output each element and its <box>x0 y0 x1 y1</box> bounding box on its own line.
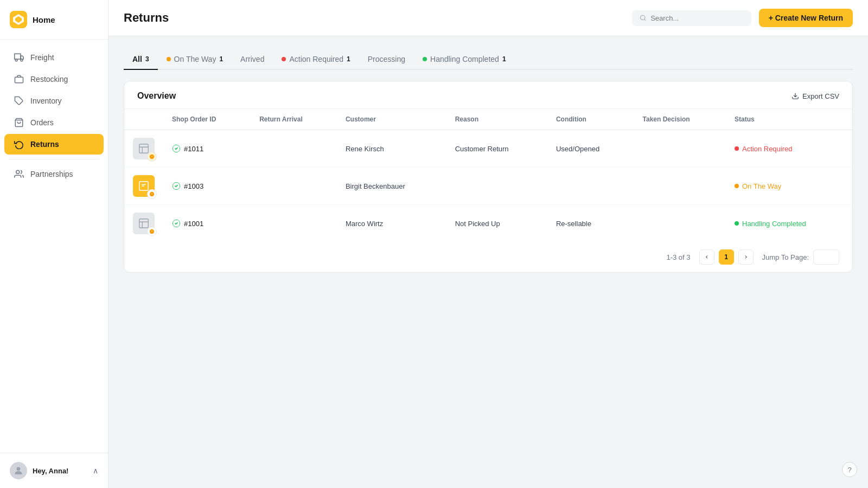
sidebar-navigation: Freight Restocking Inventory Orders <box>0 40 108 453</box>
table-row[interactable]: #1003 Birgit Beckenbauer On The Way <box>124 168 852 205</box>
table-row[interactable]: #1011 Rene Kirsch Customer Return Used/O… <box>124 130 852 168</box>
tab-arrived[interactable]: Arrived <box>232 49 273 70</box>
sidebar-item-label-partnerships: Partnerships <box>30 170 73 178</box>
prev-page-button[interactable] <box>699 249 714 265</box>
action-required-dot <box>282 57 286 61</box>
product-cell-1 <box>124 130 163 168</box>
table-row[interactable]: #1001 Marco Wirtz Not Picked Up Re-sella… <box>124 205 852 242</box>
page-title: Returns <box>124 11 169 25</box>
inventory-icon <box>14 96 24 106</box>
sidebar-item-returns[interactable]: Returns <box>4 134 104 155</box>
svg-point-5 <box>21 59 23 61</box>
sidebar-item-label-restocking: Restocking <box>30 75 68 84</box>
sidebar: Home Freight Restocking Inventory <box>0 0 108 488</box>
tab-on-the-way-label: On The Way <box>174 55 216 63</box>
order-id-cell-2: #1003 <box>163 168 251 205</box>
status-1: Action Required <box>726 130 852 168</box>
col-taken-decision: Taken Decision <box>634 109 726 130</box>
tab-on-the-way-count: 1 <box>219 55 223 63</box>
handling-completed-dot <box>423 57 427 61</box>
sidebar-logo-text: Home <box>33 15 55 24</box>
col-product <box>124 109 163 130</box>
search-bar[interactable] <box>632 10 751 26</box>
export-label: Export CSV <box>802 92 839 100</box>
col-status: Status <box>726 109 852 130</box>
sidebar-footer: Hey, Anna! ∧ <box>0 453 108 488</box>
svg-rect-17 <box>139 219 149 228</box>
col-condition: Condition <box>547 109 634 130</box>
tabs-bar: All 3 On The Way 1 Arrived Action Requir… <box>124 49 853 70</box>
sidebar-user[interactable]: Hey, Anna! <box>10 462 68 479</box>
reason-2 <box>446 168 547 205</box>
reason-3: Not Picked Up <box>446 205 547 242</box>
svg-point-10 <box>17 467 21 471</box>
returns-icon <box>14 139 24 149</box>
export-csv-button[interactable]: Export CSV <box>792 92 839 100</box>
chevron-right-icon <box>743 254 749 260</box>
orders-icon <box>14 118 24 127</box>
status-label-1: Action Required <box>742 145 793 153</box>
status-dot-2 <box>735 184 739 188</box>
svg-point-11 <box>640 15 644 20</box>
overview-title: Overview <box>137 91 176 101</box>
sidebar-item-freight[interactable]: Freight <box>4 47 104 68</box>
tab-action-required-label: Action Required <box>289 55 343 63</box>
create-new-return-button[interactable]: + Create New Return <box>759 9 853 27</box>
tab-handling-completed-count: 1 <box>502 55 506 63</box>
partnerships-icon <box>14 169 24 179</box>
status-3: Handling Completed <box>726 205 852 242</box>
condition-1: Used/Opened <box>547 130 634 168</box>
table-body: #1011 Rene Kirsch Customer Return Used/O… <box>124 130 852 242</box>
col-shop-order-id: Shop Order ID <box>163 109 251 130</box>
product-badge-1 <box>147 152 157 162</box>
next-page-button[interactable] <box>738 249 754 265</box>
main-content: Returns + Create New Return All 3 On The… <box>108 0 868 488</box>
tab-handling-completed[interactable]: Handling Completed 1 <box>414 49 515 70</box>
jump-to-page-input[interactable] <box>813 249 839 265</box>
condition-3: Re-sellable <box>547 205 634 242</box>
download-icon <box>792 92 799 100</box>
tab-all[interactable]: All 3 <box>124 49 158 70</box>
sidebar-item-partnerships[interactable]: Partnerships <box>4 164 104 184</box>
card-header: Overview Export CSV <box>124 81 852 109</box>
chevron-left-icon <box>704 254 710 260</box>
reason-1: Customer Return <box>446 130 547 168</box>
order-id-3: #1001 <box>184 220 203 228</box>
tab-action-required[interactable]: Action Required 1 <box>273 49 359 70</box>
search-input[interactable] <box>650 14 744 22</box>
order-id-2: #1003 <box>184 182 203 190</box>
header-actions: + Create New Return <box>632 9 853 27</box>
sidebar-logo[interactable]: Home <box>0 0 108 40</box>
sidebar-item-label-orders: Orders <box>30 118 54 127</box>
tab-arrived-label: Arrived <box>240 55 264 63</box>
table-header: Shop Order ID Return Arrival Customer Re… <box>124 109 852 130</box>
sidebar-item-orders[interactable]: Orders <box>4 112 104 133</box>
tab-on-the-way[interactable]: On The Way 1 <box>158 49 232 70</box>
sidebar-item-restocking[interactable]: Restocking <box>4 69 104 89</box>
product-cell-3 <box>124 205 163 242</box>
main-header: Returns + Create New Return <box>108 0 868 36</box>
sidebar-item-inventory[interactable]: Inventory <box>4 91 104 111</box>
content-area: All 3 On The Way 1 Arrived Action Requir… <box>108 36 868 488</box>
returns-table: Shop Order ID Return Arrival Customer Re… <box>124 109 852 242</box>
order-id-1: #1011 <box>184 145 203 153</box>
search-icon <box>640 14 647 22</box>
sidebar-divider <box>9 159 99 159</box>
sidebar-item-label-returns: Returns <box>30 140 59 149</box>
page-1-button[interactable]: 1 <box>719 249 734 265</box>
order-icon-3 <box>172 219 181 228</box>
tab-processing[interactable]: Processing <box>359 49 414 70</box>
user-name: Hey, Anna! <box>33 467 68 475</box>
return-arrival-2 <box>251 168 337 205</box>
order-id-cell-3: #1001 <box>163 205 251 242</box>
svg-rect-3 <box>15 54 21 59</box>
svg-point-9 <box>16 170 20 174</box>
avatar <box>10 462 27 479</box>
sidebar-item-label-freight: Freight <box>30 53 54 62</box>
on-the-way-dot <box>167 57 171 61</box>
help-button[interactable]: ? <box>842 462 857 477</box>
tab-all-count: 3 <box>145 55 149 63</box>
svg-rect-13 <box>139 144 149 153</box>
tab-handling-completed-label: Handling Completed <box>430 55 499 63</box>
freight-icon <box>14 53 24 62</box>
